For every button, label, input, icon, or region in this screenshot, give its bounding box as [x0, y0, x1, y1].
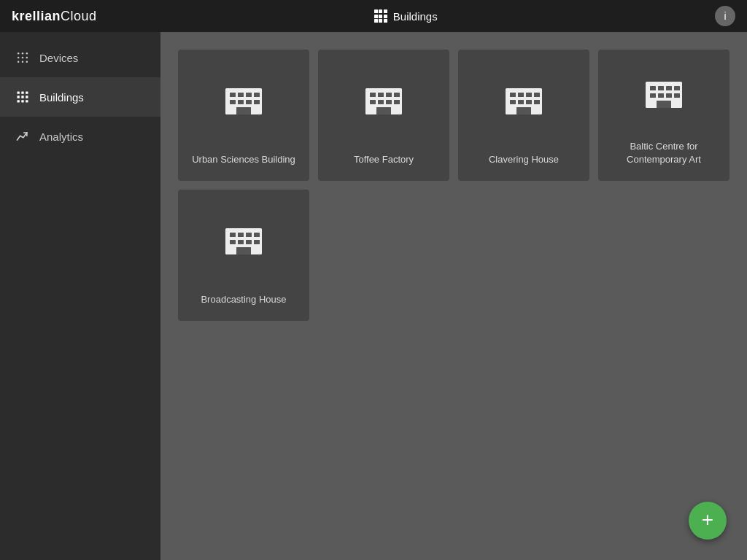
building-label: Broadcasting House — [192, 293, 295, 306]
svg-rect-67 — [246, 240, 252, 244]
svg-point-1 — [22, 52, 24, 55]
svg-point-3 — [18, 57, 20, 59]
svg-rect-58 — [674, 93, 680, 98]
building-card-clavering-house[interactable]: Clavering House — [458, 50, 589, 181]
svg-rect-57 — [666, 93, 672, 98]
svg-rect-13 — [21, 96, 23, 98]
building-icon — [222, 219, 266, 263]
svg-rect-52 — [658, 86, 664, 90]
svg-rect-48 — [534, 100, 540, 104]
svg-point-8 — [26, 61, 28, 63]
svg-rect-25 — [230, 100, 236, 104]
building-icon — [642, 73, 686, 117]
svg-rect-47 — [526, 100, 532, 104]
svg-rect-22 — [238, 93, 244, 97]
svg-rect-66 — [238, 240, 244, 244]
app-logo: krellianCloud — [12, 9, 97, 24]
svg-rect-56 — [658, 93, 664, 98]
svg-point-5 — [26, 57, 28, 59]
topbar: krellianCloud Buildings i — [0, 0, 747, 32]
svg-rect-37 — [386, 100, 392, 104]
building-label: Clavering House — [480, 153, 568, 166]
building-card-urban-sciences[interactable]: Urban Sciences Building — [178, 50, 309, 181]
add-icon: + — [702, 510, 713, 530]
svg-rect-64 — [254, 233, 260, 237]
user-avatar[interactable]: i — [715, 6, 735, 26]
building-icon — [502, 79, 546, 123]
svg-rect-65 — [230, 240, 236, 244]
building-label: Toffee Factory — [345, 153, 422, 166]
svg-rect-10 — [21, 92, 23, 94]
main-layout: Devices Buildings — [0, 32, 747, 560]
svg-point-7 — [22, 61, 24, 63]
svg-rect-33 — [386, 93, 392, 97]
svg-point-4 — [22, 57, 24, 59]
svg-rect-69 — [236, 247, 251, 254]
building-icon — [222, 79, 266, 123]
building-icon-wrap — [222, 190, 266, 293]
svg-rect-35 — [370, 100, 376, 104]
svg-rect-53 — [666, 86, 672, 90]
logo-bold: krellian — [12, 9, 61, 23]
sidebar-item-devices-label: Devices — [39, 52, 78, 64]
svg-rect-9 — [18, 92, 20, 94]
page-title: Buildings — [393, 10, 438, 23]
building-card-baltic-centre[interactable]: Baltic Centre for Contemporary Art — [598, 50, 729, 181]
svg-rect-27 — [246, 100, 252, 104]
svg-rect-44 — [534, 93, 540, 97]
svg-rect-32 — [378, 93, 384, 97]
svg-rect-51 — [650, 86, 656, 90]
analytics-icon — [15, 128, 31, 144]
svg-rect-17 — [26, 100, 28, 102]
svg-rect-59 — [657, 101, 671, 108]
svg-rect-12 — [18, 96, 20, 98]
svg-rect-63 — [246, 233, 252, 237]
svg-rect-21 — [230, 93, 236, 97]
building-icon-wrap — [502, 50, 546, 153]
svg-rect-41 — [510, 93, 516, 97]
svg-rect-55 — [650, 93, 656, 98]
building-icon-wrap — [222, 50, 266, 153]
logo-light: Cloud — [61, 9, 97, 23]
svg-rect-23 — [246, 93, 252, 97]
building-card-toffee-factory[interactable]: Toffee Factory — [318, 50, 449, 181]
add-building-fab[interactable]: + — [689, 502, 727, 540]
svg-rect-62 — [238, 233, 244, 237]
svg-rect-42 — [518, 93, 524, 97]
user-initial: i — [724, 10, 726, 22]
svg-rect-36 — [378, 100, 384, 104]
sidebar-item-analytics-label: Analytics — [39, 131, 83, 143]
sidebar-item-buildings[interactable]: Buildings — [0, 77, 160, 117]
svg-rect-39 — [376, 107, 391, 114]
svg-rect-68 — [254, 240, 260, 244]
svg-rect-49 — [516, 107, 531, 114]
svg-rect-11 — [26, 92, 28, 94]
svg-rect-26 — [238, 100, 244, 104]
svg-rect-61 — [230, 233, 236, 237]
svg-rect-29 — [236, 107, 251, 114]
svg-rect-46 — [518, 100, 524, 104]
svg-point-2 — [26, 52, 28, 55]
svg-rect-45 — [510, 100, 516, 104]
svg-rect-28 — [254, 100, 260, 104]
svg-rect-31 — [370, 93, 376, 97]
sidebar-item-devices[interactable]: Devices — [0, 38, 160, 77]
svg-rect-16 — [21, 100, 23, 102]
sidebar-item-analytics[interactable]: Analytics — [0, 117, 160, 156]
buildings-icon — [374, 9, 387, 23]
svg-rect-24 — [254, 93, 260, 97]
building-label: Baltic Centre for Contemporary Art — [598, 140, 729, 166]
buildings-grid: Urban Sciences Building — [178, 50, 729, 321]
building-icon — [362, 79, 406, 123]
sidebar-item-buildings-label: Buildings — [39, 91, 84, 104]
svg-rect-15 — [18, 100, 20, 102]
building-icon-wrap — [642, 50, 686, 140]
topbar-title-area: Buildings — [374, 9, 438, 23]
svg-rect-38 — [394, 100, 400, 104]
building-card-broadcasting-house[interactable]: Broadcasting House — [178, 190, 309, 321]
devices-icon — [15, 50, 31, 66]
svg-rect-34 — [394, 93, 400, 97]
building-icon-wrap — [362, 50, 406, 153]
svg-rect-43 — [526, 93, 532, 97]
svg-point-6 — [18, 61, 20, 63]
